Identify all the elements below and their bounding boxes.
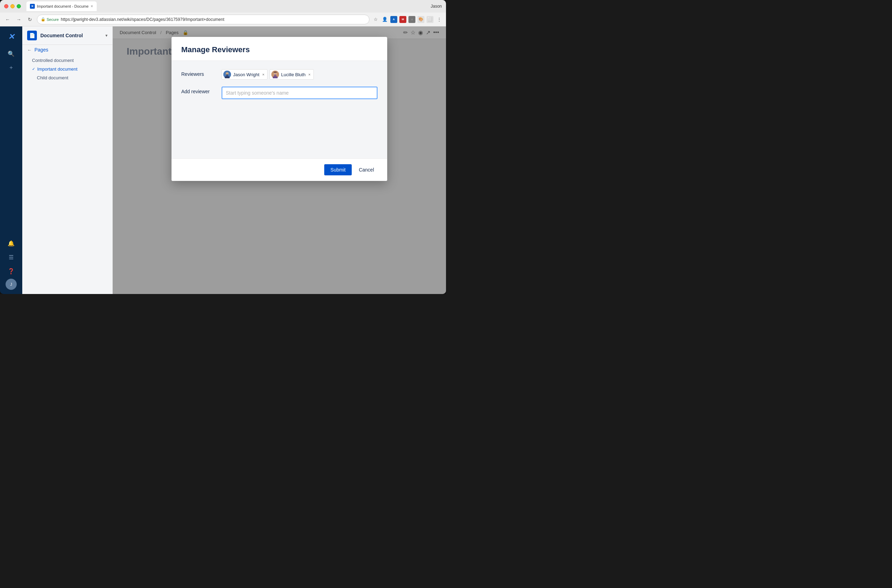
tab-title: Important document - Docume [37,4,89,8]
browser-window: ✕ Important document - Docume × Jason ← … [0,0,446,294]
reviewers-field: Jason Wright × [222,69,378,80]
important-label: Important document [37,66,78,72]
space-header[interactable]: 📄 Document Control ▾ [22,27,112,45]
reviewer-tag-lucille: Lucille Bluth × [270,69,314,80]
extension-gray-icon[interactable]: ↓ [408,16,415,23]
pages-nav-header[interactable]: ← Pages [22,45,112,55]
modal-title: Manage Reviewers [181,45,378,54]
sidebar-item-important[interactable]: ✓ Important document [22,65,112,74]
extension-light-icon[interactable]: ⬜ [427,16,433,23]
svg-rect-9 [274,75,276,75]
add-reviewer-field [222,87,378,99]
add-reviewer-row: Add reviewer [181,87,378,99]
minimize-traffic-light[interactable] [10,4,15,8]
modal-overlay[interactable]: Manage Reviewers Reviewers [113,27,446,294]
address-bar[interactable]: 🔒 Secure https://jpwright-dev3.atlassian… [37,15,369,24]
nav-search-icon[interactable]: 🔍 [6,48,17,59]
reviewers-row: Reviewers [181,69,378,80]
add-reviewer-input[interactable] [222,87,378,99]
main-content: Document Control / Pages 🔒 ✏ ☆ ◉ ↗ ••• I… [113,27,446,294]
space-name: Document Control [40,33,102,38]
browser-toolbar: ← → ↻ 🔒 Secure https://jpwright-dev3.atl… [0,12,446,27]
close-traffic-light[interactable] [4,4,8,8]
menu-icon[interactable]: ⋮ [436,16,442,23]
secure-text: Secure [46,17,59,22]
modal-header: Manage Reviewers [171,37,387,61]
nav-apps-icon[interactable]: ☰ [6,252,17,262]
svg-point-10 [273,71,277,74]
extension-color-icon[interactable]: 🎨 [417,16,424,23]
add-reviewer-label: Add reviewer [181,87,216,94]
lock-icon: 🔒 [41,17,46,22]
browser-titlebar: ✕ Important document - Docume × Jason [0,0,446,12]
space-icon: 📄 [27,31,37,40]
extension-red-icon[interactable]: M [399,16,406,23]
extension-profiles-icon[interactable]: 👤 [381,16,388,23]
cancel-button[interactable]: Cancel [355,164,378,176]
pages-label[interactable]: Pages [34,47,48,52]
back-button[interactable]: ← [3,15,12,24]
traffic-lights [4,4,21,8]
maximize-traffic-light[interactable] [17,4,21,8]
controlled-label: Controlled document [32,58,74,63]
nav-add-icon[interactable]: ＋ [6,62,17,73]
reviewers-tags: Jason Wright × [222,69,378,80]
jason-name: Jason Wright [233,72,259,77]
atlassian-logo: ✕ [8,32,14,41]
jason-remove-button[interactable]: × [262,72,264,76]
modal-footer: Submit Cancel [171,158,387,181]
user-label: Jason [431,4,442,9]
nav-logo[interactable]: ✕ [5,31,17,43]
nav-notification-icon[interactable]: 🔔 [6,238,17,249]
svg-rect-4 [226,75,228,75]
modal-body: Reviewers [171,61,387,158]
lucille-remove-button[interactable]: × [308,72,310,76]
bookmark-icon[interactable]: ☆ [372,16,379,23]
reviewer-tag-jason: Jason Wright × [222,69,268,80]
jason-avatar [223,70,231,78]
active-tab[interactable]: ✕ Important document - Docume × [27,2,97,11]
lucille-name: Lucille Bluth [281,72,306,77]
tab-close-button[interactable]: × [91,4,93,9]
tab-favicon: ✕ [30,4,35,9]
nav-avatar[interactable]: J [6,279,17,290]
space-chevron-icon[interactable]: ▾ [105,33,108,38]
manage-reviewers-modal: Manage Reviewers Reviewers [171,37,387,181]
sidebar-item-child[interactable]: Child document [22,74,112,82]
sidebar-nav: ✕ 🔍 ＋ 🔔 ☰ ❓ J [0,27,22,294]
app-content: ✕ 🔍 ＋ 🔔 ☰ ❓ J 📄 Document Control ▾ ← [0,27,446,294]
refresh-button[interactable]: ↻ [26,15,34,24]
active-check-icon: ✓ [32,67,35,71]
secure-badge: 🔒 Secure [41,17,59,22]
pages-back-icon[interactable]: ← [27,47,31,52]
forward-button[interactable]: → [15,15,23,24]
child-label: Child document [37,75,68,80]
extension-atlassian-icon[interactable]: A [390,16,397,23]
nav-help-icon[interactable]: ❓ [6,266,17,277]
lucille-avatar [271,70,279,78]
new-tab-button[interactable] [101,2,111,11]
url-text: https://jpwright-dev3.atlassian.net/wiki… [61,17,224,22]
avatar-initials: J [10,282,12,286]
sidebar-tree: Controlled document ✓ Important document… [22,55,112,84]
submit-button[interactable]: Submit [324,164,352,176]
toolbar-icons: ☆ 👤 A M ↓ 🎨 ⬜ ⋮ [372,16,442,23]
left-sidebar: 📄 Document Control ▾ ← Pages Controlled … [22,27,113,294]
sidebar-item-controlled[interactable]: Controlled document [22,56,112,65]
reviewers-label: Reviewers [181,69,216,77]
